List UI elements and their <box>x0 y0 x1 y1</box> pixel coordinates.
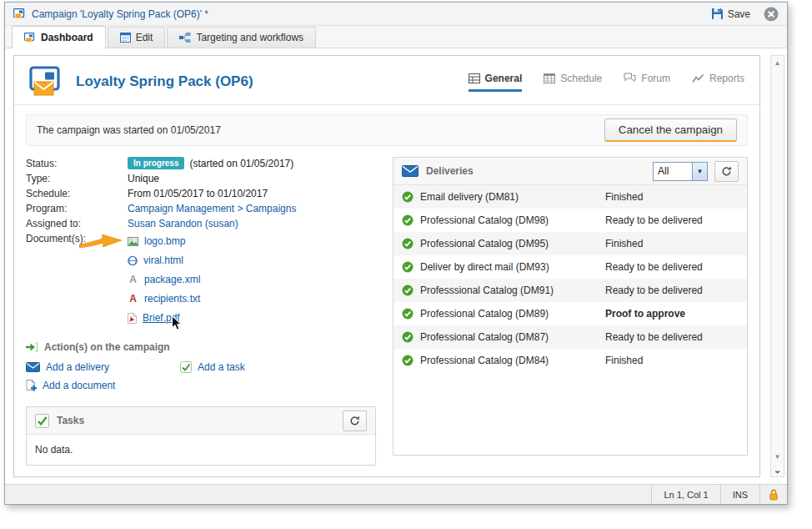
deliveries-envelope-icon <box>402 165 419 177</box>
document-item: A recipients.txt <box>128 290 200 309</box>
delivery-name: Professional Catalog (DM84) <box>420 355 605 366</box>
delivery-ok-icon <box>402 238 414 249</box>
delivery-row[interactable]: Professional Catalog (DM87) Ready to be … <box>393 325 747 349</box>
program-link[interactable]: Campaign Management > Campaigns <box>128 202 296 216</box>
reports-icon <box>692 73 704 83</box>
scroll-down-arrow[interactable]: ▼ <box>771 450 784 463</box>
dashboard-columns: Status: In progress(started on 01/05/201… <box>14 157 759 466</box>
deliveries-refresh-button[interactable] <box>714 161 739 182</box>
delivery-status: Proof to approve <box>605 308 739 320</box>
workflow-icon <box>179 33 191 43</box>
deliveries-filter-select[interactable]: All ▼ <box>653 162 708 181</box>
schedule-value: From 01/05/2017 to 01/10/2017 <box>128 187 268 201</box>
program-row: Program: Campaign Management > Campaigns <box>26 202 376 216</box>
add-delivery-label: Add a delivery <box>46 361 109 373</box>
delivery-row[interactable]: Professional Catalog (DM89) Proof to app… <box>393 302 747 325</box>
delivery-row[interactable]: Professional Catalog (DM98) Ready to be … <box>393 209 747 232</box>
delivery-ok-icon <box>402 261 414 273</box>
document-link[interactable]: viral.html <box>143 254 183 268</box>
details-column: Status: In progress(started on 01/05/201… <box>26 157 376 466</box>
delivery-status: Finished <box>605 355 739 366</box>
save-label: Save <box>728 8 750 20</box>
document-item: logo.bmp <box>128 232 200 251</box>
document-link[interactable]: package.xml <box>144 273 200 287</box>
documents-row: Document(s): logo.bmp <box>26 232 376 328</box>
tab-edit[interactable]: Edit <box>108 27 166 48</box>
type-value: Unique <box>128 172 159 186</box>
cursor-position-indicator: Ln 1, Col 1 <box>651 485 719 504</box>
panel-header: Loyalty Spring Pack (OP6) General Schedu… <box>14 56 759 98</box>
delivery-status: Finished <box>605 238 739 249</box>
refresh-icon <box>721 166 732 177</box>
document-item: viral.html <box>128 251 200 270</box>
delivery-status: Ready to be delivered <box>605 285 739 296</box>
dashboard-icon <box>24 33 36 43</box>
document-link[interactable]: logo.bmp <box>144 234 185 249</box>
delivery-status: Ready to be delivered <box>605 214 739 226</box>
notice-text: The campaign was started on 01/05/2017 <box>37 124 221 136</box>
nav-tab-general[interactable]: General <box>469 73 523 92</box>
deliveries-header: Deliveries All ▼ <box>393 158 747 185</box>
type-label: Type: <box>26 172 128 186</box>
nav-reports-label: Reports <box>709 73 744 84</box>
delivery-row[interactable]: Professional Catalog (DM84) Finished <box>393 349 747 372</box>
actions-section-header: Action(s) on the campaign <box>26 341 376 353</box>
assigned-link[interactable]: Susan Sarandon (susan) <box>128 217 238 231</box>
nav-tab-forum[interactable]: Forum <box>624 73 670 92</box>
scroll-up-arrow[interactable]: ▲ <box>771 56 784 69</box>
actions-title: Action(s) on the campaign <box>44 341 170 353</box>
cancel-campaign-button[interactable]: Cancel the campaign <box>604 118 737 142</box>
status-suffix: (started on 01/05/2017) <box>189 158 293 169</box>
nav-tab-schedule[interactable]: Schedule <box>544 73 602 92</box>
save-icon <box>711 8 724 20</box>
image-file-icon <box>128 237 138 246</box>
status-badge: In progress <box>128 157 184 169</box>
edit-form-icon <box>120 33 131 43</box>
header-divider <box>14 104 759 105</box>
schedule-label: Schedule: <box>26 187 128 201</box>
tasks-title: Tasks <box>57 415 84 426</box>
delivery-row[interactable]: Professsional Catalog (DM91) Ready to be… <box>393 279 747 302</box>
delivery-name: Professional Catalog (DM95) <box>420 238 605 249</box>
add-document-link[interactable]: Add a document <box>26 380 180 391</box>
type-row: Type: Unique <box>26 172 376 186</box>
vertical-scrollbar[interactable]: ▲ ▼ ⌄ <box>770 55 784 477</box>
tasks-header: Tasks <box>27 407 375 435</box>
add-task-link[interactable]: Add a task <box>180 361 334 373</box>
task-check-icon <box>180 361 192 373</box>
document-plus-icon <box>26 380 37 391</box>
nav-forum-label: Forum <box>641 73 670 84</box>
nav-tab-reports[interactable]: Reports <box>692 73 744 92</box>
filter-selected-value: All <box>654 165 692 177</box>
close-button[interactable] <box>764 7 779 22</box>
tasks-empty-text: No data. <box>27 435 375 465</box>
document-link[interactable]: recipients.txt <box>144 292 200 306</box>
delivery-row[interactable]: Email delivery (DM81) Finished <box>393 185 747 209</box>
document-item: Brief.pdf <box>128 309 200 328</box>
tasks-panel: Tasks No data. <box>26 406 376 466</box>
delivery-name: Email delivery (DM81) <box>420 191 605 203</box>
document-item: A package.xml <box>128 270 200 290</box>
delivery-status: Finished <box>605 191 739 203</box>
green-arrow-icon <box>26 342 38 352</box>
tab-targeting-label: Targeting and workflows <box>196 32 303 43</box>
status-row: Status: In progress(started on 01/05/201… <box>26 157 376 171</box>
refresh-icon <box>349 416 360 426</box>
tab-targeting-workflows[interactable]: Targeting and workflows <box>167 27 316 48</box>
delivery-ok-icon <box>402 285 414 296</box>
documents-list: logo.bmp viral.html A package.xml <box>128 232 200 328</box>
tab-dashboard[interactable]: Dashboard <box>12 26 106 48</box>
document-link[interactable]: Brief.pdf <box>143 311 180 325</box>
add-task-label: Add a task <box>198 361 245 373</box>
dashboard-panel: Loyalty Spring Pack (OP6) General Schedu… <box>13 55 760 477</box>
delivery-ok-icon <box>402 331 414 343</box>
scroll-bottom-chevron-icon[interactable]: ⌄ <box>771 463 784 476</box>
lock-icon <box>769 489 779 501</box>
delivery-row[interactable]: Deliver by direct mail (DM93) Ready to b… <box>393 255 747 279</box>
campaign-window-icon <box>13 8 26 19</box>
add-delivery-link[interactable]: Add a delivery <box>26 361 180 373</box>
tasks-refresh-button[interactable] <box>343 411 367 431</box>
delivery-row[interactable]: Professional Catalog (DM95) Finished <box>393 232 747 255</box>
save-button[interactable]: Save <box>711 8 750 20</box>
envelope-icon <box>26 362 40 372</box>
